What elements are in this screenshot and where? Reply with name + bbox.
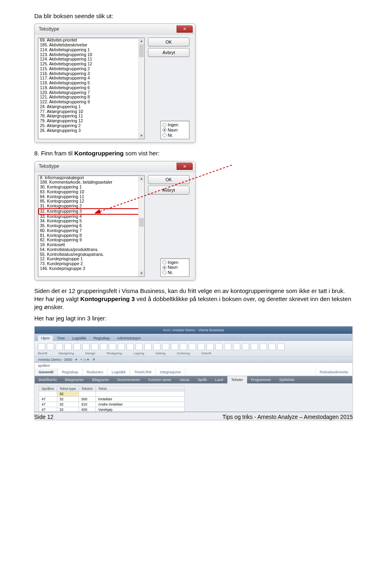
toolbar-icon[interactable]: [171, 343, 178, 350]
scroll-down-icon[interactable]: ▼: [139, 133, 144, 139]
scroll-thumb[interactable]: [139, 44, 144, 57]
list-item[interactable]: 25. Aktørgruppering 2: [38, 123, 144, 128]
list-item[interactable]: 30. Kontogruppering 1: [38, 185, 144, 190]
list-item[interactable]: 18. Kontosett: [38, 243, 144, 247]
sub-tab[interactable]: Bilagsserier: [61, 376, 88, 383]
settings-tab[interactable]: Reskontro: [83, 368, 108, 376]
tekster-table[interactable]: SpråknrTekst-typeTekstnrTekst324732300In…: [39, 386, 185, 412]
toolbar-icon[interactable]: [109, 343, 116, 350]
list-item[interactable]: 125. Aktivitetsgruppering 12: [38, 62, 144, 67]
table-cell[interactable]: [39, 391, 57, 396]
toolbar-icon[interactable]: [135, 343, 143, 350]
toolbar-icon[interactable]: [206, 343, 214, 350]
scroll-up-icon[interactable]: ▲: [139, 38, 144, 44]
list-item[interactable]: 24. Aktørgruppering 1: [38, 105, 144, 109]
table-row[interactable]: 4732310Andre inntekter: [39, 402, 185, 407]
close-button[interactable]: ✕: [177, 163, 193, 170]
radio-ingen[interactable]: [162, 123, 166, 127]
toolbar-icon[interactable]: [277, 343, 285, 350]
list-item[interactable]: 118. Aktivitetsgruppering 5: [38, 81, 144, 86]
table-cell[interactable]: 300: [79, 396, 96, 402]
sub-tab[interactable]: Bedriftsinfo: [35, 376, 61, 383]
list-item[interactable]: 146. Kundeprisgruppe 3: [38, 266, 144, 271]
settings-tab[interactable]: Time/CRM: [130, 368, 156, 376]
toolbar-icon[interactable]: [242, 343, 249, 350]
radio-navn[interactable]: [162, 266, 166, 270]
settings-tab[interactable]: Generelt: [35, 368, 58, 376]
sub-tab[interactable]: Bilagsarter: [88, 376, 113, 383]
list-item[interactable]: 54. Kontrollstatus/produkttrans.: [38, 247, 144, 252]
toolbar-icon[interactable]: [56, 343, 63, 350]
list-item[interactable]: 119. Aktivitetsgruppering 6: [38, 86, 144, 90]
table-cell[interactable]: 32: [57, 391, 79, 396]
toolbar-icon[interactable]: [127, 343, 134, 350]
table-row[interactable]: 32: [39, 391, 185, 396]
settings-tab[interactable]: Integrasjoner: [156, 368, 186, 376]
teksttype-listbox[interactable]: 69. Aktivitet-prioritet185. Aktivitetsbe…: [38, 38, 145, 139]
ok-button[interactable]: OK: [148, 175, 189, 184]
toolbar-icon[interactable]: [118, 343, 125, 350]
ok-button[interactable]: OK: [148, 38, 189, 46]
sub-tab[interactable]: Programmer: [247, 376, 275, 383]
cancel-button[interactable]: Avbryt: [148, 48, 189, 57]
scrollbar[interactable]: ▲ ▼: [138, 176, 144, 276]
ribbon-tab[interactable]: Time: [54, 335, 68, 341]
sub-tab[interactable]: Språk: [194, 376, 211, 383]
list-item[interactable]: 115. Aktivitetsgruppering 2: [38, 67, 144, 71]
scroll-thumb[interactable]: [139, 218, 144, 227]
scroll-up-icon[interactable]: ▲: [139, 176, 144, 182]
radio-nr[interactable]: [162, 133, 166, 137]
table-cell[interactable]: [96, 391, 184, 396]
radio-ingen[interactable]: [162, 260, 166, 264]
toolbar-icon[interactable]: [47, 343, 54, 350]
table-cell[interactable]: Andre inntekter: [96, 402, 184, 407]
ribbon-tab[interactable]: Hjem: [38, 335, 53, 341]
close-button[interactable]: ✕: [177, 25, 193, 33]
list-item[interactable]: 122. Aktivitetsgruppering 9: [38, 100, 144, 105]
sub-tab[interactable]: Tekster: [227, 376, 247, 383]
list-item[interactable]: 80. Kontogruppering 7: [38, 228, 144, 233]
table-cell[interactable]: 32: [57, 402, 79, 407]
table-header[interactable]: Tekst-type: [57, 386, 79, 391]
teksttype-listbox[interactable]: 8. Informasjonskategori188. Kommentarkod…: [38, 175, 145, 277]
table-cell[interactable]: 47: [39, 402, 57, 407]
table-cell[interactable]: [79, 391, 96, 396]
toolbar-icon[interactable]: [162, 343, 169, 350]
list-item[interactable]: 31. Kontogruppering 2: [38, 204, 144, 209]
radio-nr[interactable]: [162, 270, 166, 274]
sub-tab[interactable]: Nummerserier: [113, 376, 144, 383]
settings-tab[interactable]: Regnskap: [58, 368, 83, 376]
table-header[interactable]: Tekst: [96, 386, 184, 391]
table-header[interactable]: Tekstnr: [79, 386, 96, 391]
sub-tab[interactable]: Valuta: [175, 376, 194, 383]
list-item[interactable]: 26. Aktørgruppering 3: [38, 128, 144, 133]
toolbar-icon[interactable]: [215, 343, 223, 350]
rutine-button[interactable]: Rutinebeskrivelse: [315, 368, 352, 376]
toolbar-icon[interactable]: [153, 343, 160, 350]
toolbar-icon[interactable]: [268, 343, 276, 350]
ribbon-tab[interactable]: Regnskap: [90, 335, 113, 341]
list-item[interactable]: 114. Aktivitetsgruppering 1: [38, 48, 144, 52]
scroll-down-icon[interactable]: ▼: [139, 270, 144, 276]
table-cell[interactable]: Inntekter: [96, 396, 184, 402]
ribbon-tab[interactable]: Logistikk: [69, 335, 89, 341]
scrollbar[interactable]: ▲ ▼: [138, 38, 144, 139]
list-item[interactable]: 83. Kontogruppering 10: [38, 190, 144, 195]
table-header[interactable]: Språknr: [39, 386, 57, 391]
table-cell[interactable]: 310: [79, 402, 96, 407]
toolbar-icon[interactable]: [233, 343, 240, 350]
toolbar-icon[interactable]: [224, 343, 231, 350]
list-item[interactable]: 73. Kundeprisgruppe 2: [38, 262, 144, 266]
toolbar-icon[interactable]: [91, 343, 98, 350]
toolbar-icon[interactable]: [82, 343, 89, 350]
toolbar-icon[interactable]: [38, 343, 45, 350]
table-cell[interactable]: 47: [39, 396, 57, 402]
toolbar-icon[interactable]: [64, 343, 72, 350]
table-cell[interactable]: 32: [57, 396, 79, 402]
toolbar-icon[interactable]: [251, 343, 258, 350]
toolbar-icon[interactable]: [260, 343, 267, 350]
list-item[interactable]: 79. Aktørgruppering 12: [38, 119, 144, 123]
list-item[interactable]: 185. Aktivitetsbeskrivelse: [38, 43, 144, 48]
list-item[interactable]: 35. Kontogruppering 6: [38, 224, 144, 228]
toolbar-icon[interactable]: [100, 343, 107, 350]
